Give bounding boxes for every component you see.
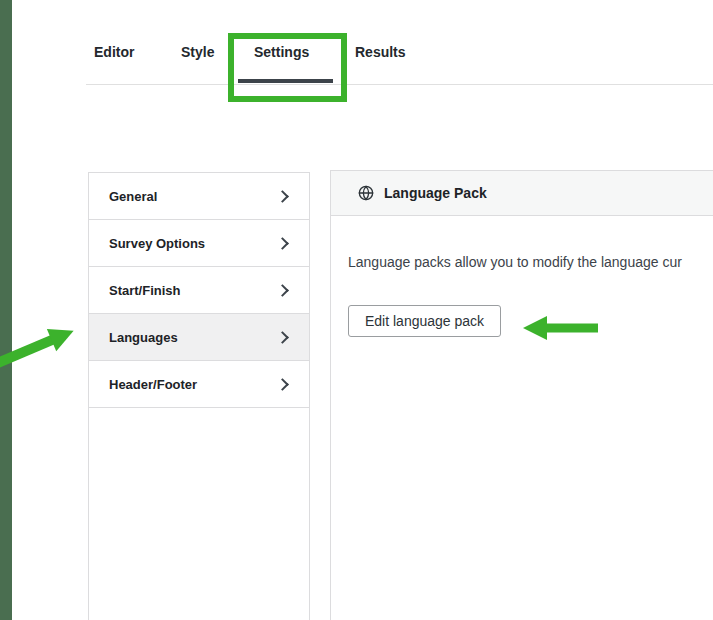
panel-header: Language Pack xyxy=(331,170,713,216)
sidebar-item-label: Start/Finish xyxy=(109,283,181,298)
tab-settings[interactable]: Settings xyxy=(254,44,309,60)
chevron-right-icon xyxy=(276,190,289,203)
chevron-right-icon xyxy=(276,331,289,344)
left-edge-bar xyxy=(0,0,12,620)
sidebar-item-label: General xyxy=(109,189,157,204)
panel-title: Language Pack xyxy=(384,185,487,201)
sidebar-item-general[interactable]: General xyxy=(89,173,309,220)
screen: Editor Style Settings Results General Su… xyxy=(0,0,713,620)
sidebar-item-label: Header/Footer xyxy=(109,377,197,392)
tab-style[interactable]: Style xyxy=(181,44,214,60)
edit-language-pack-button[interactable]: Edit language pack xyxy=(348,305,501,337)
settings-sidebar: General Survey Options Start/Finish Lang… xyxy=(88,172,310,620)
sidebar-item-languages[interactable]: Languages xyxy=(89,314,309,361)
chevron-right-icon xyxy=(276,237,289,250)
panel-body: Language packs allow you to modify the l… xyxy=(331,252,713,337)
language-pack-description: Language packs allow you to modify the l… xyxy=(348,252,713,272)
sidebar-item-survey-options[interactable]: Survey Options xyxy=(89,220,309,267)
sidebar-item-start-finish[interactable]: Start/Finish xyxy=(89,267,309,314)
language-pack-panel: Language Pack Language packs allow you t… xyxy=(330,170,713,620)
chevron-right-icon xyxy=(276,284,289,297)
active-tab-underline xyxy=(238,79,333,83)
sidebar-item-label: Languages xyxy=(109,330,178,345)
tab-results[interactable]: Results xyxy=(355,44,406,60)
tab-editor[interactable]: Editor xyxy=(94,44,134,60)
chevron-right-icon xyxy=(276,378,289,391)
tabs-divider xyxy=(86,84,713,85)
annotation-arrow-languages xyxy=(0,296,92,388)
sidebar-item-label: Survey Options xyxy=(109,236,205,251)
globe-icon xyxy=(358,185,374,201)
sidebar-item-header-footer[interactable]: Header/Footer xyxy=(89,361,309,408)
